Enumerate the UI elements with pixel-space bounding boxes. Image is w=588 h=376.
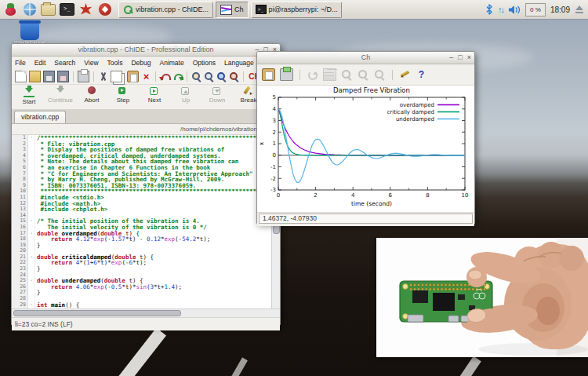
delete-icon[interactable]: × bbox=[141, 71, 151, 82]
ch-toolbar: ? bbox=[257, 64, 474, 86]
fold-marker bbox=[28, 290, 34, 296]
chide-toolbar: ×Ch bbox=[12, 68, 280, 85]
fold-marker bbox=[28, 201, 34, 207]
x-tick-label: 2 bbox=[314, 192, 317, 199]
replace-icon[interactable] bbox=[229, 71, 239, 82]
menu-debug[interactable]: Debug bbox=[131, 59, 151, 67]
debug-button-label: Next bbox=[139, 97, 170, 104]
help-icon[interactable]: ? bbox=[416, 69, 427, 80]
task-buttons: vibration.cpp - ChIDE...Ch>_pi@raspberry… bbox=[118, 2, 342, 18]
trash-can-glyph bbox=[20, 23, 39, 40]
fold-marker[interactable]: - bbox=[28, 278, 34, 284]
raspberry-menu-icon[interactable] bbox=[2, 2, 19, 18]
copy-icon[interactable] bbox=[111, 71, 122, 82]
chart-title: Damped Free Vibration bbox=[333, 86, 410, 94]
taskbar-button-terminal[interactable]: >_pi@raspberrypi: ~/D... bbox=[251, 2, 343, 18]
print-icon[interactable] bbox=[78, 71, 89, 82]
findfiles-icon[interactable] bbox=[191, 71, 201, 82]
fold-marker[interactable]: - bbox=[28, 218, 34, 225]
code-text[interactable]: /***************************************… bbox=[35, 135, 280, 308]
terminal-icon[interactable]: >_ bbox=[59, 2, 75, 18]
menu-options[interactable]: Options bbox=[193, 59, 216, 67]
toolbar-separator bbox=[243, 71, 244, 82]
pen-icon[interactable] bbox=[399, 69, 411, 80]
editor-horizontal-scrollbar[interactable] bbox=[12, 308, 280, 317]
fold-margin[interactable]: ------ bbox=[28, 135, 35, 308]
toolbar-separator bbox=[187, 71, 187, 82]
save-icon[interactable] bbox=[43, 71, 55, 82]
menu-file[interactable]: File bbox=[15, 59, 26, 67]
fold-marker bbox=[28, 159, 34, 165]
fold-marker bbox=[28, 206, 34, 213]
cpu-usage-monitor[interactable]: 0 % bbox=[525, 3, 546, 16]
legend-label: underdamped bbox=[396, 116, 434, 122]
debug-abort-button[interactable]: Abort bbox=[76, 86, 107, 104]
web-browser-icon[interactable] bbox=[21, 2, 38, 18]
file-manager-icon[interactable] bbox=[40, 2, 56, 18]
minimize-icon[interactable]: – bbox=[449, 52, 453, 64]
findnext-icon[interactable] bbox=[216, 71, 227, 82]
redo-icon[interactable] bbox=[172, 71, 183, 82]
eject-icon[interactable] bbox=[575, 5, 584, 14]
code-editor[interactable]: 1234567891011121314151617181920212223242… bbox=[12, 135, 280, 308]
menu-search[interactable]: Search bbox=[54, 59, 75, 67]
clock[interactable]: 18:09 bbox=[550, 5, 570, 14]
fold-marker[interactable]: - bbox=[28, 135, 34, 141]
fold-marker[interactable]: - bbox=[28, 302, 34, 308]
cut-icon[interactable] bbox=[98, 71, 108, 82]
taskbar-button-ch[interactable]: Ch bbox=[216, 2, 249, 18]
debug-start-button[interactable]: Start bbox=[13, 86, 45, 105]
series-overdamped bbox=[278, 109, 465, 155]
scrollbar-thumb[interactable] bbox=[13, 310, 181, 316]
menu-edit[interactable]: Edit bbox=[34, 59, 46, 67]
mathematica-icon[interactable] bbox=[78, 2, 94, 18]
y-tick-label: 0 bbox=[273, 152, 276, 159]
cursor-coordinates: 1.46372, -4.07930 bbox=[259, 214, 473, 224]
open-icon[interactable] bbox=[29, 71, 41, 82]
fold-marker[interactable]: - bbox=[28, 254, 34, 261]
fold-marker[interactable]: - bbox=[28, 231, 34, 237]
menu-view[interactable]: View bbox=[84, 59, 98, 67]
micro-usb-port bbox=[448, 316, 459, 322]
copy-icon[interactable] bbox=[262, 68, 275, 81]
menu-animate[interactable]: Animate bbox=[159, 59, 183, 67]
wolfram-icon[interactable] bbox=[96, 2, 113, 18]
series-underdamped bbox=[278, 109, 465, 183]
close-icon[interactable]: × bbox=[467, 52, 471, 64]
network-updown-icon[interactable]: ↑↓ bbox=[498, 5, 503, 14]
new-icon[interactable] bbox=[15, 71, 27, 82]
chide-debug-toolbar: StartContinueAbortStepNextUpDownBreak bbox=[12, 85, 280, 110]
debug-step-button[interactable]: Step bbox=[107, 86, 139, 104]
desktop: Wastebasket vibration.cpp - ChIDE - Prof… bbox=[0, 0, 588, 376]
maximize-icon[interactable]: □ bbox=[458, 52, 462, 64]
debug-button-label: Start bbox=[13, 98, 45, 105]
debug-next-button[interactable]: Next bbox=[139, 86, 170, 104]
wastebasket-icon[interactable]: Wastebasket bbox=[13, 23, 47, 46]
menu-language[interactable]: Language bbox=[224, 59, 254, 67]
saveas-icon[interactable] bbox=[57, 71, 69, 82]
y-tick-label: -2 bbox=[270, 176, 276, 182]
ch-titlebar[interactable]: Ch – □ × bbox=[257, 52, 474, 64]
taskbar-button-chide[interactable]: vibration.cpp - ChIDE... bbox=[118, 2, 213, 18]
mount-hole bbox=[403, 284, 408, 290]
break-icon bbox=[243, 86, 254, 96]
volume-icon[interactable] bbox=[508, 5, 521, 15]
undo-icon[interactable] bbox=[160, 71, 170, 82]
menu-tools[interactable]: Tools bbox=[107, 59, 123, 67]
bluetooth-icon[interactable] bbox=[485, 4, 493, 15]
y-tick-label: 4 bbox=[273, 106, 277, 112]
x-tick-label: 6 bbox=[389, 192, 393, 199]
fold-marker bbox=[28, 177, 34, 183]
fold-marker bbox=[28, 153, 34, 159]
x-tick-label: 10 bbox=[462, 192, 469, 199]
chide-statusbar: li=23 co=2 INS (LF) bbox=[12, 317, 280, 330]
paste-icon[interactable] bbox=[127, 71, 139, 82]
series-critically-damped bbox=[278, 109, 465, 155]
tab-vibration-cpp[interactable]: vibration.cpp bbox=[14, 111, 66, 123]
find-icon[interactable] bbox=[204, 71, 214, 82]
print-icon[interactable] bbox=[280, 68, 293, 81]
line-number-gutter: 1234567891011121314151617181920212223242… bbox=[12, 135, 28, 308]
chide-titlebar[interactable]: vibration.cpp - ChIDE - Professional Edi… bbox=[12, 44, 280, 57]
debug-button-label: Step bbox=[107, 97, 139, 104]
fold-marker bbox=[28, 141, 34, 148]
